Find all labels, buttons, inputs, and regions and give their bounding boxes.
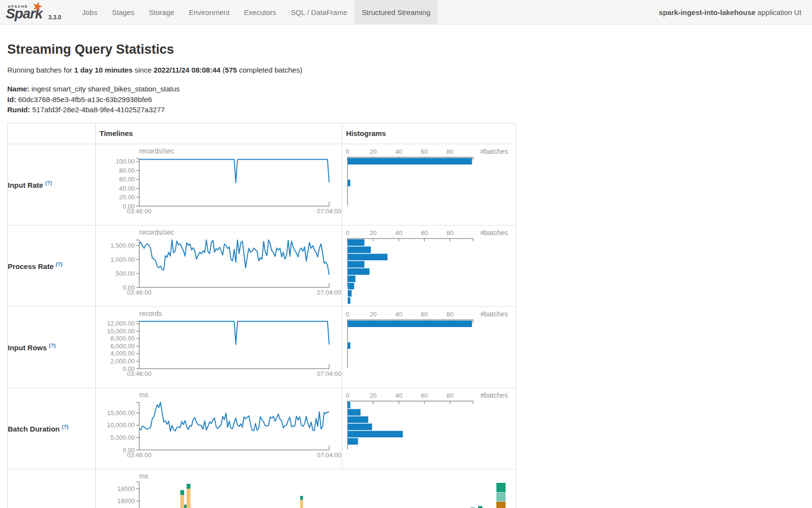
svg-text:#batches: #batches bbox=[480, 391, 508, 399]
svg-text:6,000.00: 6,000.00 bbox=[110, 342, 135, 349]
timeline-cell: records/sec1,500.001,000.00500.000.0003:… bbox=[96, 225, 342, 306]
svg-text:80: 80 bbox=[447, 148, 453, 155]
svg-text:ms: ms bbox=[139, 391, 148, 399]
name-label: Name: bbox=[7, 85, 29, 93]
stacked-bar-segment bbox=[478, 506, 482, 508]
svg-text:500.00: 500.00 bbox=[116, 269, 135, 277]
tab-environment[interactable]: Environment bbox=[182, 0, 237, 24]
legend-swatch-lightteal bbox=[496, 492, 506, 501]
svg-text:07:04:00: 07:04:00 bbox=[317, 370, 342, 377]
table-header-row: Timelines Histograms bbox=[8, 123, 516, 144]
id-value: 60dc3768-85e3-4fb5-a13c-63b29938bfe6 bbox=[16, 95, 152, 104]
svg-text:03:46:00: 03:46:00 bbox=[127, 208, 152, 215]
svg-text:03:46:00: 03:46:00 bbox=[127, 370, 152, 377]
id-label: Id: bbox=[7, 95, 16, 104]
timeline-cell: records12,000.0010,000.008,000.006,000.0… bbox=[96, 306, 342, 388]
query-id-line: Id: 60dc3768-85e3-4fb5-a13c-63b29938bfe6 bbox=[7, 94, 805, 105]
svg-text:5,000.00: 5,000.00 bbox=[110, 433, 135, 441]
running-duration: 1 day 10 minutes bbox=[74, 66, 132, 74]
running-start-time: 2022/11/24 08:08:44 bbox=[154, 66, 220, 74]
row-label-process-rate: Process Rate (?) bbox=[8, 225, 96, 306]
svg-text:0: 0 bbox=[346, 392, 349, 399]
svg-text:0: 0 bbox=[346, 229, 349, 237]
svg-text:2,000.00: 2,000.00 bbox=[110, 357, 135, 364]
row-label bbox=[8, 469, 96, 508]
timeline-chart: records12,000.0010,000.008,000.006,000.0… bbox=[96, 307, 342, 388]
svg-text:#batches: #batches bbox=[480, 229, 508, 237]
svg-text:records/sec: records/sec bbox=[139, 147, 174, 155]
operation-duration-chart: ms1800016000 bbox=[96, 469, 515, 508]
tab-storage[interactable]: Storage bbox=[142, 0, 182, 24]
svg-text:20: 20 bbox=[370, 148, 377, 155]
main-content: Streaming Query Statistics Running batch… bbox=[0, 42, 812, 508]
svg-text:15,000.00: 15,000.00 bbox=[107, 409, 135, 416]
svg-text:80: 80 bbox=[447, 311, 453, 318]
tab-sql-dataframe[interactable]: SQL / DataFrame bbox=[284, 0, 355, 24]
tab-structured-streaming[interactable]: Structured Streaming bbox=[355, 0, 438, 24]
metric-column-header bbox=[8, 123, 96, 144]
running-open-paren: ( bbox=[220, 66, 225, 74]
row-label-input-rows: Input Rows (?) bbox=[8, 306, 96, 388]
svg-text:60: 60 bbox=[421, 148, 428, 155]
timeline-chart: ms15,000.0010,000.005,000.000.0003:46:00… bbox=[96, 388, 342, 469]
svg-text:40: 40 bbox=[395, 229, 402, 237]
row-label-batch-duration: Batch Duration (?) bbox=[8, 388, 96, 469]
tab-stages[interactable]: Stages bbox=[104, 0, 142, 24]
svg-text:03:46:00: 03:46:00 bbox=[127, 289, 152, 296]
svg-text:07:04:00: 07:04:00 bbox=[317, 451, 342, 459]
svg-text:16000: 16000 bbox=[117, 497, 135, 505]
help-tooltip-link[interactable]: (?) bbox=[62, 424, 69, 430]
query-metadata: Name: ingest smart_city shared_bikes_sta… bbox=[7, 84, 805, 115]
help-tooltip-link[interactable]: (?) bbox=[45, 180, 52, 186]
svg-text:40: 40 bbox=[395, 148, 402, 155]
timeline-chart: records/sec100.0080.0060.0040.0020.000.0… bbox=[96, 144, 342, 225]
running-batches-line: Running batches for 1 day 10 minutes sin… bbox=[7, 66, 805, 74]
tab-jobs[interactable]: Jobs bbox=[75, 0, 105, 24]
histogram-chart: 020406080#batches bbox=[342, 144, 516, 225]
svg-text:1,000.00: 1,000.00 bbox=[110, 255, 135, 263]
svg-text:12,000.00: 12,000.00 bbox=[107, 320, 135, 327]
svg-text:records: records bbox=[139, 310, 162, 317]
svg-text:80: 80 bbox=[447, 229, 453, 237]
spark-version: 3.3.0 bbox=[44, 14, 61, 24]
svg-text:10,000.00: 10,000.00 bbox=[107, 421, 135, 429]
table-row: Input Rows (?)records12,000.0010,000.008… bbox=[8, 306, 516, 388]
histogram-chart: 020406080#batches bbox=[342, 388, 516, 469]
histogram-cell: 020406080#batches bbox=[342, 144, 516, 225]
histogram-cell: 020406080#batches bbox=[342, 225, 516, 306]
completed-batches-count: 575 bbox=[225, 66, 237, 74]
runid-value: 517afd3f-28e2-4ba8-9fe4-4102527a3277 bbox=[30, 105, 165, 114]
stacked-bar-segment bbox=[300, 500, 303, 508]
running-mid: since bbox=[132, 66, 153, 74]
svg-text:07:04:00: 07:04:00 bbox=[317, 208, 342, 215]
tab-executors[interactable]: Executors bbox=[237, 0, 284, 24]
legend-swatch-teal bbox=[496, 483, 506, 492]
running-suffix: completed batches) bbox=[237, 66, 302, 74]
table-row: Batch Duration (?)ms15,000.0010,000.005,… bbox=[8, 388, 516, 469]
svg-text:80.00: 80.00 bbox=[119, 166, 135, 174]
table-row: ms1800016000 bbox=[8, 469, 516, 508]
stacked-bar-segment bbox=[180, 495, 184, 508]
svg-text:records/sec: records/sec bbox=[139, 228, 174, 236]
spark-logo[interactable]: APACHE Spark ★ 3.3.0 bbox=[0, 0, 61, 24]
name-value: ingest smart_city shared_bikes_station_s… bbox=[29, 85, 180, 93]
timeline-cell: ms1800016000 bbox=[96, 469, 516, 508]
query-runid-line: RunId: 517afd3f-28e2-4ba8-9fe4-4102527a3… bbox=[7, 105, 805, 115]
row-label-input-rate: Input Rate (?) bbox=[8, 144, 96, 225]
svg-text:60.00: 60.00 bbox=[119, 176, 135, 183]
table-row: Process Rate (?)records/sec1,500.001,000… bbox=[8, 225, 516, 306]
svg-text:0: 0 bbox=[346, 148, 349, 155]
nav-tabs: JobsStagesStorageEnvironmentExecutorsSQL… bbox=[75, 0, 438, 24]
histogram-cell: 020406080#batches bbox=[342, 306, 516, 388]
svg-text:40: 40 bbox=[395, 392, 402, 399]
legend-swatch-ochre bbox=[496, 502, 506, 508]
timeline-cell: ms15,000.0010,000.005,000.000.0003:46:00… bbox=[96, 388, 342, 469]
stacked-bar-segment bbox=[187, 484, 190, 489]
top-nav-bar: APACHE Spark ★ 3.3.0 JobsStagesStorageEn… bbox=[0, 0, 812, 25]
table-row: Input Rate (?)records/sec100.0080.0060.0… bbox=[8, 144, 516, 225]
help-tooltip-link[interactable]: (?) bbox=[56, 261, 62, 267]
statistics-table: Timelines Histograms Input Rate (?)recor… bbox=[7, 123, 516, 508]
svg-text:40: 40 bbox=[395, 311, 402, 318]
stacked-bar-segment bbox=[187, 489, 190, 508]
help-tooltip-link[interactable]: (?) bbox=[49, 343, 56, 348]
